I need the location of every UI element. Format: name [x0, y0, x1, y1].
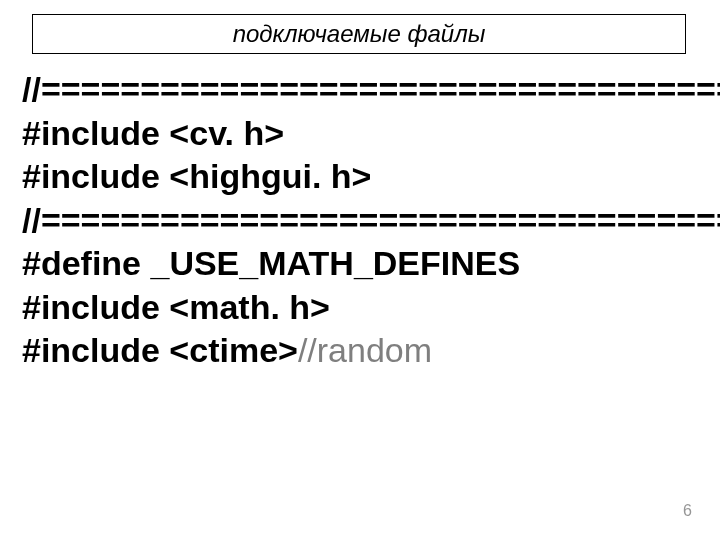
title-box: подключаемые файлы	[32, 14, 686, 54]
code-line-1: //===================================	[22, 68, 702, 112]
code-line-7: #include <ctime>//random	[22, 329, 702, 373]
code-line-7-comment: //random	[298, 331, 432, 369]
slide-title: подключаемые файлы	[233, 20, 486, 48]
page-number: 6	[683, 502, 692, 520]
code-line-6: #include <math. h>	[22, 286, 702, 330]
code-line-3: #include <highgui. h>	[22, 155, 702, 199]
slide: подключаемые файлы //===================…	[0, 0, 720, 540]
code-line-4: //===================================	[22, 199, 702, 243]
code-line-7-include: #include <ctime>	[22, 331, 298, 369]
code-line-2: #include <cv. h>	[22, 112, 702, 156]
code-line-5: #define _USE_MATH_DEFINES	[22, 242, 702, 286]
code-block: //=================================== #i…	[22, 68, 702, 373]
